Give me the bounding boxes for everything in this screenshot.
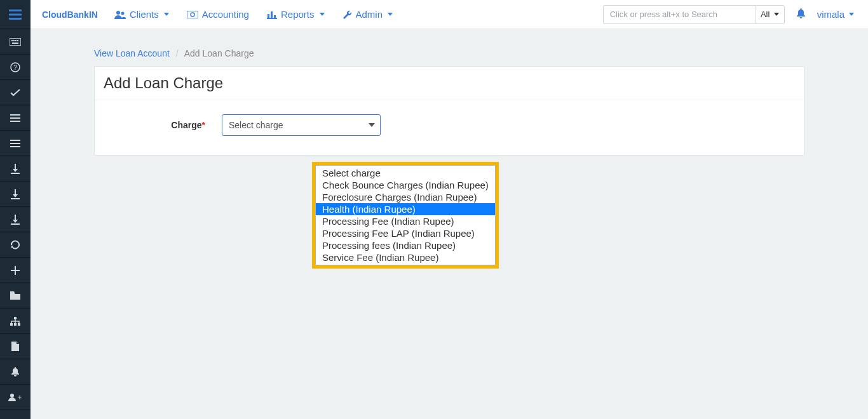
charge-option[interactable]: Processing Fee (Indian Rupee)	[316, 215, 495, 227]
charge-option[interactable]: Foreclosure Charges (Indian Rupee)	[316, 191, 495, 203]
nav-clients-label: Clients	[130, 9, 159, 20]
charge-select[interactable]: Select charge	[222, 114, 381, 136]
bell-icon	[796, 8, 806, 18]
caret-down-icon	[320, 13, 325, 16]
list-alt-icon	[10, 140, 20, 147]
question-circle-icon: ?	[10, 62, 20, 72]
svg-rect-9	[10, 323, 13, 326]
nav-clients[interactable]: Clients	[114, 9, 169, 20]
svg-rect-1	[11, 40, 13, 41]
file-icon	[11, 342, 19, 351]
chart-icon	[267, 10, 277, 19]
rail-item-help[interactable]: ?	[0, 55, 31, 80]
svg-rect-11	[18, 323, 20, 326]
rail-item-file[interactable]	[0, 334, 31, 359]
nav-accounting-label: Accounting	[202, 9, 249, 20]
svg-rect-3	[15, 40, 17, 41]
download-icon	[11, 215, 20, 225]
chevron-down-icon	[369, 123, 375, 127]
caret-down-icon	[164, 13, 169, 16]
download-icon	[11, 189, 20, 199]
rail-item-keyboard[interactable]	[0, 29, 31, 55]
svg-rect-8	[14, 317, 17, 319]
charge-option[interactable]: Processing fees (Indian Rupee)	[316, 239, 495, 251]
top-nav: CloudBankIN Clients Accounting Reports A…	[31, 0, 868, 29]
nav-accounting[interactable]: Accounting	[187, 9, 249, 20]
charge-option[interactable]: Check Bounce Charges (Indian Rupee)	[316, 179, 495, 191]
hamburger-icon	[9, 10, 22, 20]
svg-text:?: ?	[13, 64, 17, 71]
rail-item-notify[interactable]	[0, 359, 31, 385]
svg-rect-10	[14, 323, 17, 326]
nav-reports-label: Reports	[281, 9, 315, 20]
user-name: vimala	[817, 9, 844, 20]
sitemap-icon	[10, 317, 20, 326]
check-icon	[10, 89, 20, 96]
plus-icon	[11, 266, 20, 275]
rail-item-folder[interactable]	[0, 283, 31, 309]
breadcrumb-separator: /	[176, 48, 179, 58]
caret-down-icon	[388, 13, 393, 16]
rail-item-download2[interactable]	[0, 182, 31, 207]
main-content: View Loan Account / Add Loan Charge Add …	[31, 29, 868, 419]
charge-option[interactable]: Service Fee (Indian Rupee)	[316, 251, 495, 263]
search-scope-label: All	[761, 10, 770, 19]
keyboard-icon	[10, 38, 21, 46]
charge-label-text: Charge	[171, 120, 201, 130]
rail-item-refresh[interactable]	[0, 232, 31, 258]
form-row-charge: Charge* Select charge	[95, 100, 804, 136]
download-icon	[11, 164, 20, 174]
charge-select-value: Select charge	[229, 120, 283, 130]
required-asterisk: *	[202, 120, 205, 130]
svg-point-14	[121, 11, 124, 15]
nav-admin[interactable]: Admin	[342, 9, 393, 20]
search-group: All	[603, 5, 785, 24]
folder-icon	[10, 291, 20, 300]
user-plus-icon: +	[8, 393, 22, 401]
svg-rect-4	[17, 40, 18, 41]
search-input[interactable]	[603, 5, 756, 24]
refresh-icon	[10, 240, 20, 250]
svg-rect-15	[187, 11, 198, 18]
nav-reports[interactable]: Reports	[267, 9, 325, 20]
brand-logo[interactable]: CloudBankIN	[42, 10, 98, 20]
rail-item-check[interactable]	[0, 80, 31, 105]
menu-toggle[interactable]	[0, 0, 31, 29]
rail-item-list2[interactable]	[0, 131, 31, 156]
users-icon	[114, 10, 126, 19]
wrench-icon	[342, 10, 352, 19]
page-title: Add Loan Charge	[95, 67, 804, 100]
breadcrumb: View Loan Account / Add Loan Charge	[94, 48, 804, 58]
svg-point-13	[116, 11, 120, 15]
breadcrumb-back-link[interactable]: View Loan Account	[94, 48, 170, 58]
user-menu[interactable]: vimala	[817, 9, 854, 20]
left-rail: ?	[0, 0, 31, 419]
svg-point-12	[10, 394, 14, 397]
money-icon	[187, 11, 198, 18]
rail-item-user-add[interactable]: +	[0, 385, 31, 410]
search-scope-dropdown[interactable]: All	[756, 5, 785, 24]
charge-label: Charge*	[95, 120, 222, 130]
panel-add-loan-charge: Add Loan Charge Charge* Select charge Se…	[94, 66, 804, 156]
charge-select-options-highlight: Select chargeCheck Bounce Charges (India…	[313, 163, 498, 267]
rail-item-list1[interactable]	[0, 105, 31, 131]
charge-select-options: Select chargeCheck Bounce Charges (India…	[315, 165, 496, 265]
bell-icon	[11, 367, 20, 376]
svg-rect-5	[12, 43, 18, 44]
svg-point-16	[191, 13, 194, 17]
caret-down-icon	[774, 13, 779, 16]
nav-admin-label: Admin	[356, 9, 383, 20]
charge-option[interactable]: Processing Fee LAP (Indian Rupee)	[316, 227, 495, 239]
rail-item-download3[interactable]	[0, 207, 31, 232]
rail-item-download1[interactable]	[0, 156, 31, 182]
list-icon	[10, 114, 20, 122]
rail-item-add[interactable]	[0, 258, 31, 283]
svg-rect-2	[13, 40, 15, 41]
charge-option[interactable]: Select charge	[316, 167, 495, 179]
notifications-button[interactable]	[796, 8, 806, 21]
svg-rect-0	[10, 38, 21, 46]
rail-item-org[interactable]	[0, 309, 31, 334]
charge-option[interactable]: Health (Indian Rupee)	[316, 203, 495, 215]
breadcrumb-current: Add Loan Charge	[184, 48, 254, 58]
caret-down-icon	[849, 13, 854, 16]
